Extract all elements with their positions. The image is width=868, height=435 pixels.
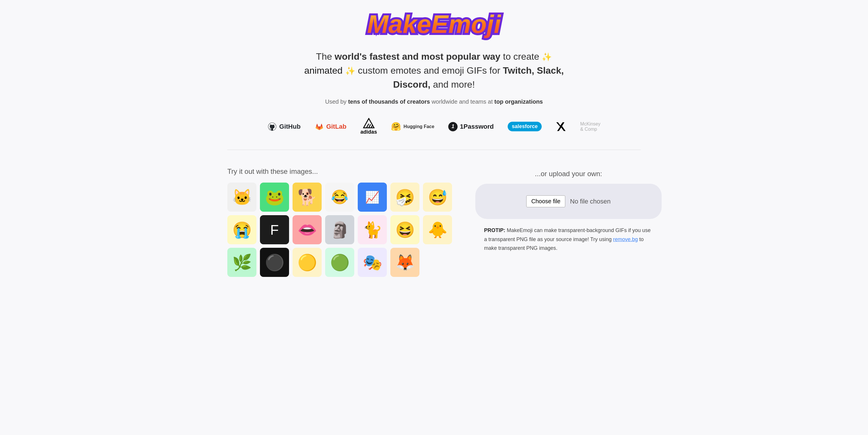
sample-troll[interactable]: 😂 (325, 183, 354, 212)
tagline-end: and more! (431, 79, 475, 90)
upload-section: ...or upload your own: Choose file No fi… (475, 167, 662, 253)
protip-bold: PROTIP: (484, 227, 505, 233)
try-label: Try it out with these images... (227, 167, 452, 176)
sample-mouth[interactable]: 👄 (292, 215, 322, 244)
logo-onepassword: 1 1Password (448, 122, 494, 131)
logos-row: GitHub GitLab adidas � (227, 113, 641, 147)
header: MakeEmoji MakeEmoji (227, 0, 641, 45)
sample-more4[interactable]: 🟢 (325, 248, 354, 277)
svg-marker-1 (364, 119, 374, 128)
social-proof-bold1: tens of thousands of creators (348, 98, 430, 105)
file-input-wrapper: Choose file No file chosen (526, 195, 610, 207)
sample-stonks[interactable]: 📈 (358, 183, 387, 212)
social-proof-part1: Used by (325, 98, 348, 105)
gitlab-icon (315, 122, 324, 131)
sample-more1[interactable]: 🌿 (227, 248, 256, 277)
logo-adidas: adidas (360, 118, 377, 135)
sample-pepe[interactable]: 🐸 (260, 183, 289, 212)
sample-more6[interactable]: 🦊 (390, 248, 420, 277)
github-icon (268, 122, 277, 131)
logo-wrapper: MakeEmoji MakeEmoji (367, 9, 501, 39)
adidas-label: adidas (360, 129, 377, 135)
image-grid: 🐱 🐸 🐕 😂 📈 🤧 😅 😭 F 👄 🗿 🐈 😆 🐥 🌿 ⚫ 🟡 (227, 183, 452, 277)
social-proof: Used by tens of thousands of creators wo… (227, 98, 641, 105)
upload-label: ...or upload your own: (475, 170, 662, 178)
sample-more2[interactable]: ⚫ (260, 248, 289, 277)
choose-file-button[interactable]: Choose file (526, 195, 565, 207)
protip: PROTIP: MakeEmoji can make transparent-b… (484, 226, 653, 253)
page-wrapper: MakeEmoji MakeEmoji The world's fastest … (216, 0, 652, 288)
logo-huggingface: 🤗 Hugging Face (391, 122, 434, 131)
sample-chick[interactable]: 🐥 (423, 215, 452, 244)
huggingface-label: Hugging Face (403, 124, 434, 129)
tagline-part4: custom emotes and emoji GIFs for (355, 65, 503, 76)
sample-more5[interactable]: 🎭 (358, 248, 387, 277)
github-label: GitHub (279, 123, 300, 130)
sample-doge[interactable]: 🐕 (292, 183, 322, 212)
logo-github: GitHub (268, 122, 300, 131)
sample-fkey[interactable]: F (260, 215, 289, 244)
logo-twitter-x (556, 121, 566, 132)
tagline-bold: world's fastest and most popular way (335, 51, 501, 62)
sample-rock[interactable]: 🗿 (325, 215, 354, 244)
tagline: The world's fastest and most popular way… (303, 50, 565, 91)
x-icon (556, 121, 566, 132)
mckinsey-label: McKinsey& Comp (580, 121, 600, 132)
main-content: Try it out with these images... 🐱 🐸 🐕 😂 … (227, 162, 641, 288)
logo-gitlab: GitLab (315, 122, 347, 131)
no-file-label: No file chosen (570, 198, 610, 205)
tagline-part1: The (316, 51, 335, 62)
social-proof-bold2: top organizations (494, 98, 543, 105)
spark2-icon: ✨ (345, 66, 355, 75)
salesforce-icon: salesforce (508, 122, 542, 131)
sample-cat[interactable]: 🐱 (227, 183, 256, 212)
section-divider (227, 150, 641, 150)
svg-line-2 (367, 124, 369, 128)
sample-more3[interactable]: 🟡 (292, 248, 322, 277)
social-proof-part2: worldwide and teams at (430, 98, 494, 105)
adidas-icon (363, 118, 375, 128)
removebg-link[interactable]: remove.bg (613, 237, 638, 242)
gitlab-label: GitLab (326, 123, 347, 130)
sample-sweaty[interactable]: 😅 (423, 183, 452, 212)
sample-sneeze[interactable]: 🤧 (390, 183, 420, 212)
tagline-part3: to create (500, 51, 542, 62)
svg-line-3 (369, 124, 371, 128)
logo-salesforce: salesforce (508, 122, 542, 131)
huggingface-emoji: 🤗 (391, 122, 401, 131)
logo-mckinsey: McKinsey& Comp (580, 121, 600, 132)
spark1-icon: ✨ (542, 53, 552, 61)
sample-cat2[interactable]: 🐈 (358, 215, 387, 244)
upload-area[interactable]: Choose file No file chosen (475, 184, 662, 219)
onepassword-label: 1Password (460, 123, 494, 130)
sample-laugh2[interactable]: 😆 (390, 215, 420, 244)
onepassword-icon: 1 (448, 122, 458, 131)
try-section: Try it out with these images... 🐱 🐸 🐕 😂 … (227, 167, 452, 277)
logo-fg: MakeEmoji (367, 9, 501, 39)
sample-crying[interactable]: 😭 (227, 215, 256, 244)
tagline-animated: animated (304, 65, 343, 76)
